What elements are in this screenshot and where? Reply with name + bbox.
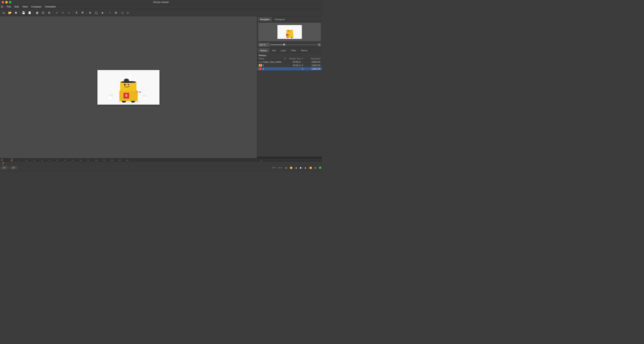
play-button[interactable]: ▶ (299, 166, 303, 169)
open-file-button[interactable]: 📂 (7, 10, 12, 16)
tab-history[interactable]: History (258, 48, 269, 53)
svg-rect-61 (1, 162, 255, 165)
toolbar-separator-4 (72, 11, 73, 15)
render-status-indicator (319, 167, 321, 169)
window-title: Picture Viewer (153, 1, 169, 4)
end-frame-input[interactable] (10, 166, 17, 169)
timeline-ruler: 30 5 15 25 35 45 55 65 75 85 95 105 115 … (0, 158, 322, 162)
channel-button[interactable]: ◱ (93, 10, 99, 16)
right-panel-scrollbar[interactable] (257, 157, 322, 158)
svg-text:105: 105 (95, 160, 98, 161)
menu-compare[interactable]: Compare (30, 5, 43, 9)
zoom-slider-thumb[interactable] (283, 44, 285, 46)
history-frame-1-name: 1 (263, 68, 264, 70)
prev-image-button[interactable]: ◁ (119, 10, 125, 16)
history-f-1: 0 (301, 64, 304, 67)
history-header: Name R Render Time F Resolution (257, 57, 322, 61)
grid-button[interactable]: ⊞ (113, 10, 119, 16)
svg-rect-63 (3, 162, 3, 165)
tab-histogram[interactable]: Histogram (272, 17, 287, 21)
history-row-0[interactable]: S 0 00:00:11 0 1280x720 (257, 64, 322, 67)
open-folder-button[interactable]: 🗂 (1, 10, 6, 16)
view-single-button[interactable]: ▣ (34, 10, 40, 16)
history-name-group: ■ 🗂 Super_Carry_edited (259, 61, 283, 63)
svg-text:115: 115 (103, 160, 105, 161)
svg-rect-42 (10, 158, 264, 162)
menu-animation[interactable]: Animation (43, 5, 57, 9)
skip-end-button[interactable]: ⏭ (314, 166, 318, 169)
history-res-2: 1280x720 (304, 68, 320, 70)
next-frame-button[interactable]: ⏩ (308, 166, 313, 169)
prev-frame-button[interactable]: ⏪ (289, 166, 293, 169)
save-copy-button[interactable]: 📋 (27, 10, 32, 16)
skip-start-button[interactable]: ⏮ (284, 166, 288, 169)
close-button[interactable] (2, 1, 4, 4)
next-button[interactable]: ▶ (304, 166, 308, 169)
track-svg (1, 162, 255, 165)
view-compare-button[interactable]: ⊞ (46, 10, 52, 16)
menu-view[interactable]: View (21, 5, 29, 9)
menu-file[interactable]: File (5, 5, 12, 9)
history-name-0: S 0 (259, 64, 283, 67)
svg-rect-22 (124, 79, 129, 82)
history-thumb-1: 1 (259, 68, 262, 70)
text-a-button[interactable]: A (74, 10, 79, 16)
tab-stereo[interactable]: Stereo (299, 48, 310, 53)
col-r: R (283, 58, 286, 60)
folder-icon: 🗂 (260, 61, 262, 63)
stereo-button[interactable]: ◈ (100, 10, 105, 16)
svg-rect-34 (289, 27, 291, 29)
history-title: History (257, 53, 322, 57)
window-controls[interactable] (2, 1, 12, 4)
toolbar-separator-5 (86, 11, 86, 15)
zoom-in-button[interactable]: + (66, 10, 72, 16)
menu-edit[interactable]: Edit (13, 5, 20, 9)
tab-navigator[interactable]: Navigator (258, 17, 272, 21)
svg-text:15: 15 (26, 160, 27, 161)
zoom-fit-button[interactable]: ⤢ (54, 10, 60, 16)
tab-filter[interactable]: Filter (289, 48, 298, 53)
svg-text:125: 125 (111, 160, 113, 161)
tab-info[interactable]: Info (270, 48, 278, 53)
history-res-1: 1280x720 (304, 64, 320, 67)
history-row-1[interactable]: 1 1 1 1280x720 (257, 67, 322, 71)
next-image-button[interactable]: ▷ (125, 10, 131, 16)
toolbar-separator-1 (20, 11, 20, 15)
zoom-slider[interactable] (270, 44, 317, 45)
history-row-group[interactable]: ■ 🗂 Super_Carry_edited 00:00:11 1280x720 (257, 61, 322, 64)
canvas-area[interactable]: S (0, 16, 257, 158)
svg-text:1: 1 (260, 68, 261, 70)
history-group-name: Super_Carry_edited (263, 61, 281, 63)
current-frame-input[interactable] (1, 166, 8, 169)
zoom-input[interactable] (258, 43, 270, 47)
alpha-toggle-button[interactable]: ⊕ (87, 10, 93, 16)
maximize-button[interactable] (9, 1, 12, 4)
nav-thumbnail-image: S (278, 25, 302, 39)
expand-button[interactable]: ↔ (107, 10, 113, 16)
player-controls: ⏮ ⏪ ◀ ▶ ▶ ⏩ ⏭ (284, 166, 321, 169)
tab-layer[interactable]: Layer (278, 48, 289, 53)
load-button[interactable]: ⏺ (13, 10, 19, 16)
hamburger-icon[interactable] (1, 5, 4, 8)
svg-point-32 (290, 31, 290, 31)
history-name-1: 1 1 (259, 68, 283, 70)
toolbar: 🗂 📂 ⏺ 💾 📋 ▣ ⊟ ⊞ ⤢ 1:1 + A B ⊕ ◱ ◈ ↔ ⊞ ◁ … (0, 9, 322, 16)
col-resolution: Resolution (304, 58, 320, 60)
history-time-1: 00:00:11 (286, 64, 301, 67)
svg-text:S: S (260, 65, 261, 66)
text-b-button[interactable]: B (80, 10, 86, 16)
svg-point-31 (288, 31, 289, 31)
minimize-button[interactable] (5, 1, 8, 4)
svg-point-12 (128, 84, 129, 85)
frame-separator: / (9, 167, 9, 169)
save-button[interactable]: 💾 (20, 10, 26, 16)
view-split-button[interactable]: ⊟ (40, 10, 46, 16)
render-image: S (98, 70, 160, 105)
zoom-1-button[interactable]: 1:1 (60, 10, 66, 16)
timeline-track (0, 162, 322, 166)
svg-text:65: 65 (64, 160, 66, 161)
svg-rect-16 (109, 94, 113, 96)
zoom-dropdown-button[interactable]: ▼ (318, 43, 321, 47)
prev-button[interactable]: ◀ (294, 166, 298, 169)
navigator-thumbnail: S (278, 25, 302, 39)
